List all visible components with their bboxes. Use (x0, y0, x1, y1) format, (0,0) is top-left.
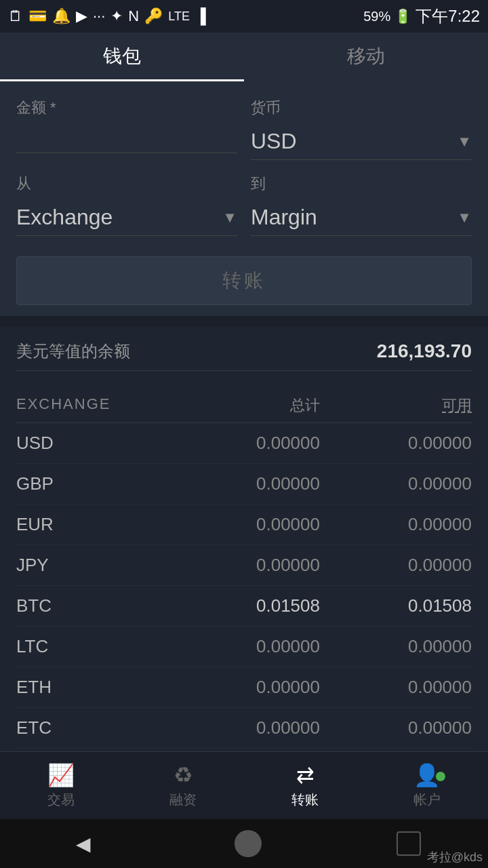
nav-transfer-label: 转账 (291, 791, 319, 809)
currency-available: 0.00000 (320, 433, 472, 454)
currency-available: 0.00000 (320, 514, 472, 535)
currency-value: USD (251, 129, 297, 154)
currency-name: LTC (16, 636, 168, 657)
home-button[interactable] (235, 830, 262, 857)
nav-account-label: 帐户 (413, 791, 441, 809)
send-icon: ▶ (76, 7, 87, 25)
transfer-icon: ⇄ (296, 762, 314, 788)
table-row: USD 0.00000 0.00000 (16, 423, 472, 464)
currency-total: 0.00000 (168, 717, 320, 738)
currency-name: ETH (16, 677, 168, 698)
nav-account[interactable]: 👤 帐户 (366, 762, 488, 809)
table-row: ETC 0.00000 0.00000 (16, 708, 472, 749)
nfc-icon: N (128, 7, 139, 25)
finance-icon: ♻ (174, 762, 193, 788)
table-row: EUR 0.00000 0.00000 (16, 505, 472, 545)
currency-total: 0.01508 (168, 595, 320, 616)
section-divider (0, 316, 488, 327)
currency-name: USD (16, 433, 168, 454)
currency-name: EUR (16, 514, 168, 535)
system-nav: ◀ (0, 819, 488, 868)
transfer-form: 金额 * 货币 USD ▼ 从 Exchange ▼ 到 Margin ▼ (0, 81, 488, 316)
recents-button[interactable] (396, 831, 421, 856)
bluetooth-icon: ✦ (110, 7, 123, 25)
currency-name: GBP (16, 473, 168, 494)
currency-total: 0.00000 (168, 473, 320, 494)
battery-text: 59% (363, 9, 390, 24)
to-arrow-icon: ▼ (457, 209, 472, 226)
account-dot (436, 772, 445, 781)
currency-arrow-icon: ▼ (457, 133, 472, 151)
bell-icon: 🔔 (52, 7, 70, 25)
to-select[interactable]: Margin ▼ (251, 199, 472, 236)
currency-available: 0.01508 (320, 595, 472, 616)
table-header: EXCHANGE 总计 可用 (16, 384, 472, 423)
amount-label: 金额 * (16, 98, 237, 118)
table-row: LTC 0.00000 0.00000 (16, 627, 472, 667)
col-available-header: 可用 (320, 395, 472, 416)
table-row: ETH 0.00000 0.00000 (16, 667, 472, 708)
currency-select[interactable]: USD ▼ (251, 123, 472, 160)
currency-total: 0.00000 (168, 514, 320, 535)
table-row: JPY 0.00000 0.00000 (16, 545, 472, 586)
more-icon: ··· (93, 7, 105, 25)
balance-label: 美元等值的余额 (16, 340, 130, 362)
from-value: Exchange (16, 205, 113, 230)
nav-finance[interactable]: ♻ 融资 (122, 762, 244, 809)
currency-name: JPY (16, 555, 168, 576)
currency-group: 货币 USD ▼ (251, 98, 472, 160)
col-total-header: 总计 (168, 395, 320, 416)
bars-icon: ▐ (195, 7, 206, 25)
currency-available: 0.00000 (320, 717, 472, 738)
transfer-button[interactable]: 转账 (16, 256, 472, 305)
status-bar: 🗒 💳 🔔 ▶ ··· ✦ N 🔑 LTE ▐ 59% 🔋 下午7:22 (0, 0, 488, 33)
currency-name: BTC (16, 595, 168, 616)
currency-available: 0.00000 (320, 677, 472, 698)
currency-available: 0.00000 (320, 555, 472, 576)
tab-wallet[interactable]: 钱包 (0, 33, 244, 81)
balance-section: 美元等值的余额 216,193.70 (0, 327, 488, 384)
trading-icon: 📈 (47, 762, 75, 788)
status-left: 🗒 💳 🔔 ▶ ··· ✦ N 🔑 LTE ▐ (8, 7, 206, 25)
notification-icon: 🗒 (8, 7, 23, 25)
signal-icon: LTE (168, 9, 190, 24)
amount-input[interactable] (16, 123, 237, 153)
currency-total: 0.00000 (168, 636, 320, 657)
nav-trading[interactable]: 📈 交易 (0, 762, 122, 809)
table-row: BTC 0.01508 0.01508 (16, 586, 472, 627)
currency-total: 0.00000 (168, 433, 320, 454)
nav-trading-label: 交易 (47, 791, 75, 809)
balance-value: 216,193.70 (377, 340, 472, 362)
status-right: 59% 🔋 下午7:22 (363, 5, 480, 27)
table-row: GBP 0.00000 0.00000 (16, 464, 472, 505)
bottom-nav: 📈 交易 ♻ 融资 ⇄ 转账 👤 帐户 (0, 751, 488, 819)
to-label: 到 (251, 174, 472, 194)
col-exchange-header: EXCHANGE (16, 395, 168, 416)
to-group: 到 Margin ▼ (251, 174, 472, 236)
amount-group: 金额 * (16, 98, 237, 160)
from-group: 从 Exchange ▼ (16, 174, 237, 236)
currency-name: ETC (16, 717, 168, 738)
balance-row: 美元等值的余额 216,193.70 (16, 340, 472, 371)
to-value: Margin (251, 205, 317, 230)
nav-finance-label: 融资 (169, 791, 197, 809)
from-select[interactable]: Exchange ▼ (16, 199, 237, 236)
currency-label: 货币 (251, 98, 472, 118)
currency-total: 0.00000 (168, 555, 320, 576)
from-arrow-icon: ▼ (222, 209, 237, 226)
watermark: 考拉@kds (427, 849, 483, 865)
battery-icon: 🔋 (394, 8, 411, 24)
back-button[interactable]: ◀ (67, 827, 100, 860)
key-icon: 🔑 (144, 7, 163, 25)
wallet-status-icon: 💳 (28, 7, 47, 25)
from-label: 从 (16, 174, 237, 194)
top-tab-bar: 钱包 移动 (0, 33, 488, 81)
currency-available: 0.00000 (320, 473, 472, 494)
currency-total: 0.00000 (168, 677, 320, 698)
currency-available: 0.00000 (320, 636, 472, 657)
time-display: 下午7:22 (415, 5, 480, 27)
nav-transfer[interactable]: ⇄ 转账 (244, 762, 366, 809)
tab-move[interactable]: 移动 (244, 33, 488, 81)
